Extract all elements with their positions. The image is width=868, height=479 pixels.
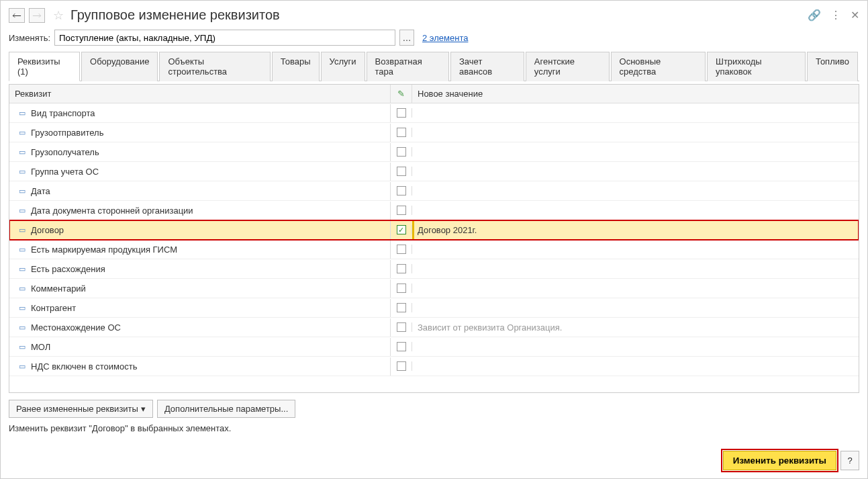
table-row[interactable]: ▭Есть маркируемая продукция ГИСМ: [9, 240, 859, 259]
checkbox-cell[interactable]: [391, 361, 412, 371]
grid-body[interactable]: ▭Вид транспорта▭Грузоотправитель▭Грузопо…: [9, 103, 859, 392]
checkbox-cell[interactable]: [391, 303, 412, 312]
requisite-cell[interactable]: ▭Группа учета ОС: [9, 163, 391, 181]
value-cell[interactable]: [412, 284, 859, 292]
value-cell[interactable]: [412, 265, 859, 273]
table-row[interactable]: ▭МОЛ: [9, 337, 859, 357]
row-checkbox[interactable]: ✓: [397, 225, 406, 234]
value-cell[interactable]: Договор 2021г.: [412, 221, 859, 239]
row-checkbox[interactable]: [397, 128, 406, 137]
filter-input[interactable]: [54, 30, 395, 46]
row-checkbox[interactable]: [397, 284, 406, 293]
table-row[interactable]: ▭Договор✓Договор 2021г.: [9, 220, 859, 240]
tab-returnable[interactable]: Возвратная тара: [367, 52, 449, 81]
checkbox-cell[interactable]: [391, 206, 412, 215]
requisite-cell[interactable]: ▭Вид транспорта: [9, 104, 391, 122]
tab-barcodes[interactable]: Штрихкоды упаковок: [707, 52, 806, 81]
requisite-cell[interactable]: ▭Местонахождение ОС: [9, 318, 391, 337]
requisite-cell[interactable]: ▭Есть маркируемая продукция ГИСМ: [9, 241, 391, 259]
requisite-cell[interactable]: ▭Дата документа сторонней организации: [9, 202, 391, 220]
row-checkbox[interactable]: [397, 245, 406, 254]
table-row[interactable]: ▭Дата: [9, 181, 859, 201]
checkbox-cell[interactable]: [391, 186, 412, 195]
row-checkbox[interactable]: [397, 264, 406, 273]
checkbox-cell[interactable]: [391, 147, 412, 157]
requisite-cell[interactable]: ▭Дата: [9, 182, 391, 200]
row-checkbox[interactable]: [397, 322, 406, 332]
requisite-cell[interactable]: ▭Контрагент: [9, 299, 391, 317]
tab-agency[interactable]: Агентские услуги: [526, 52, 610, 81]
row-checkbox[interactable]: [397, 342, 406, 351]
value-cell[interactable]: [412, 148, 859, 156]
field-icon: ▭: [19, 245, 26, 254]
tab-services[interactable]: Услуги: [321, 52, 365, 81]
table-row[interactable]: ▭Грузополучатель: [9, 142, 859, 162]
requisite-cell[interactable]: ▭Грузоотправитель: [9, 124, 391, 142]
requisite-cell[interactable]: ▭Есть расхождения: [9, 260, 391, 278]
row-checkbox[interactable]: [397, 206, 406, 215]
nav-back-button[interactable]: 🡐: [9, 8, 25, 23]
row-checkbox[interactable]: [397, 167, 406, 176]
row-checkbox[interactable]: [397, 108, 406, 118]
checkbox-cell[interactable]: [391, 284, 412, 293]
value-cell[interactable]: Зависит от реквизита Организация.: [412, 318, 859, 337]
nav-forward-button[interactable]: 🡒: [29, 8, 45, 23]
checkbox-cell[interactable]: [391, 264, 412, 273]
tab-advances[interactable]: Зачет авансов: [450, 52, 524, 81]
checkbox-cell[interactable]: [391, 342, 412, 351]
tab-construction[interactable]: Объекты строительства: [159, 52, 270, 81]
tab-fuel[interactable]: Топливо: [807, 52, 858, 81]
checkbox-cell[interactable]: [391, 245, 412, 254]
tab-goods[interactable]: Товары: [272, 52, 320, 81]
grid-header-value[interactable]: Новое значение: [412, 85, 859, 103]
table-row[interactable]: ▭НДС включен в стоимость: [9, 357, 859, 376]
table-row[interactable]: ▭Грузоотправитель: [9, 123, 859, 142]
grid-header-requisite[interactable]: Реквизит: [9, 85, 391, 103]
value-cell[interactable]: [412, 187, 859, 195]
bottom-buttons: Ранее измененные реквизиты ▾ Дополнитель…: [6, 396, 862, 419]
more-icon[interactable]: ⋮: [830, 9, 841, 21]
value-cell[interactable]: [412, 343, 859, 351]
row-checkbox[interactable]: [397, 303, 406, 312]
grid-header-edit[interactable]: ✎: [391, 85, 412, 103]
checkbox-cell[interactable]: ✓: [391, 225, 412, 234]
requisite-cell[interactable]: ▭Грузополучатель: [9, 143, 391, 161]
requisite-cell[interactable]: ▭НДС включен в стоимость: [9, 357, 391, 376]
requisite-cell[interactable]: ▭Комментарий: [9, 279, 391, 298]
requisite-cell[interactable]: ▭Договор: [9, 221, 391, 239]
value-cell[interactable]: [412, 304, 859, 312]
table-row[interactable]: ▭Комментарий: [9, 279, 859, 298]
checkbox-cell[interactable]: [391, 108, 412, 118]
link-icon[interactable]: 🔗: [808, 9, 821, 21]
favorite-star-icon[interactable]: ☆: [53, 8, 64, 23]
row-checkbox[interactable]: [397, 147, 406, 157]
extra-params-button[interactable]: Дополнительные параметры...: [157, 400, 295, 418]
tab-requisites[interactable]: Реквизиты (1): [9, 52, 80, 81]
checkbox-cell[interactable]: [391, 322, 412, 332]
elements-link[interactable]: 2 элемента: [422, 33, 468, 43]
table-row[interactable]: ▭Вид транспорта: [9, 103, 859, 123]
filter-select-button[interactable]: …: [399, 30, 414, 46]
checkbox-cell[interactable]: [391, 128, 412, 137]
table-row[interactable]: ▭Местонахождение ОСЗависит от реквизита …: [9, 318, 859, 337]
table-row[interactable]: ▭Контрагент: [9, 298, 859, 318]
row-checkbox[interactable]: [397, 361, 406, 371]
tab-fixed-assets[interactable]: Основные средства: [611, 52, 706, 81]
checkbox-cell[interactable]: [391, 167, 412, 176]
value-cell[interactable]: [412, 128, 859, 136]
table-row[interactable]: ▭Дата документа сторонней организации: [9, 201, 859, 220]
history-button[interactable]: Ранее измененные реквизиты ▾: [9, 400, 153, 418]
table-row[interactable]: ▭Есть расхождения: [9, 259, 859, 279]
value-cell[interactable]: [412, 167, 859, 175]
row-checkbox[interactable]: [397, 186, 406, 195]
table-row[interactable]: ▭Группа учета ОС: [9, 162, 859, 181]
requisite-cell[interactable]: ▭МОЛ: [9, 338, 391, 356]
apply-button[interactable]: Изменить реквизиты: [723, 451, 836, 470]
value-cell[interactable]: [412, 109, 859, 117]
close-icon[interactable]: ✕: [851, 9, 859, 21]
help-button[interactable]: ?: [840, 451, 859, 470]
value-cell[interactable]: [412, 362, 859, 370]
value-cell[interactable]: [412, 245, 859, 253]
value-cell[interactable]: [412, 206, 859, 214]
tab-equipment[interactable]: Оборудование: [81, 52, 158, 81]
